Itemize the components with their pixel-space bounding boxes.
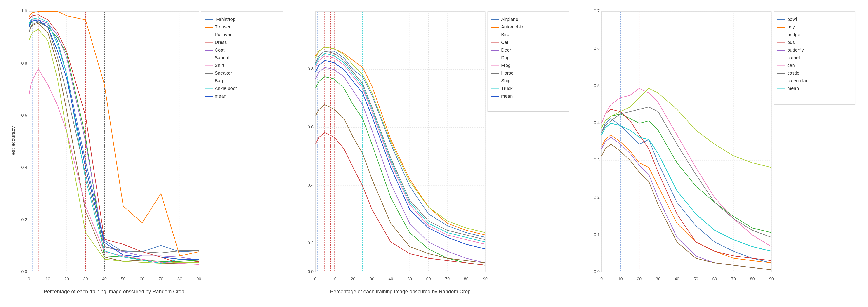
svg-rect-0 [29, 11, 199, 272]
svg-text:0.5: 0.5 [594, 83, 600, 88]
svg-text:90: 90 [769, 276, 774, 281]
svg-text:0.1: 0.1 [594, 232, 600, 237]
legend-mean: mean [787, 86, 799, 91]
svg-text:0.0: 0.0 [21, 269, 27, 274]
svg-text:50: 50 [693, 276, 698, 281]
svg-text:Bag: Bag [215, 78, 223, 83]
svg-rect-38 [201, 11, 283, 109]
svg-text:0: 0 [600, 276, 602, 281]
chart3-svg: 0.0 0.1 0.2 0.3 0.4 0.5 0.6 0.7 0 10 20 … [577, 4, 864, 303]
svg-text:0: 0 [314, 276, 316, 281]
svg-text:90: 90 [483, 276, 488, 281]
svg-text:0.0: 0.0 [594, 269, 600, 274]
svg-text:Deer: Deer [501, 47, 511, 53]
svg-text:20: 20 [637, 276, 642, 281]
charts-row: 0.0 0.2 0.4 0.6 0.8 1.0 0 10 20 30 40 50… [4, 4, 864, 303]
svg-text:80: 80 [464, 276, 469, 281]
legend-can: can [787, 63, 795, 68]
svg-text:40: 40 [102, 276, 107, 281]
svg-text:0.6: 0.6 [594, 46, 600, 51]
legend-caterpillar: caterpillar [787, 78, 807, 83]
svg-text:Sneaker: Sneaker [215, 70, 232, 75]
svg-text:80: 80 [750, 276, 755, 281]
svg-text:Automobile: Automobile [501, 24, 524, 29]
svg-text:80: 80 [178, 276, 182, 281]
legend-boy: boy [787, 24, 795, 29]
chart2-wrapper: 0.0 0.2 0.4 0.6 0.8 0 10 20 30 40 50 60 … [291, 4, 577, 303]
svg-text:Ankle boot: Ankle boot [215, 86, 237, 91]
legend-camel: camel [787, 55, 800, 60]
svg-text:30: 30 [83, 276, 88, 281]
svg-text:Dress: Dress [215, 39, 227, 45]
svg-text:40: 40 [388, 276, 393, 281]
x-axis-label-1: Percentage of each training image obscur… [43, 288, 184, 294]
svg-text:0.4: 0.4 [21, 165, 27, 170]
svg-rect-99 [488, 11, 569, 112]
svg-text:Airplane: Airplane [501, 17, 518, 22]
svg-text:60: 60 [426, 276, 431, 281]
svg-text:Cat: Cat [501, 39, 508, 45]
svg-text:40: 40 [675, 276, 680, 281]
legend-bridge: bridge [787, 32, 800, 37]
svg-text:Pullover: Pullover [215, 32, 231, 37]
svg-text:10: 10 [332, 276, 337, 281]
svg-text:Truck: Truck [501, 86, 513, 91]
svg-text:60: 60 [140, 276, 145, 281]
svg-text:0.2: 0.2 [21, 217, 27, 222]
svg-text:0.8: 0.8 [21, 61, 27, 66]
svg-text:30: 30 [370, 276, 374, 281]
svg-text:Bird: Bird [501, 32, 509, 37]
svg-text:Coat: Coat [215, 47, 225, 53]
legend-bowl: bowl [787, 17, 797, 22]
svg-text:Ship: Ship [501, 78, 510, 83]
svg-text:Trouser: Trouser [215, 24, 230, 29]
svg-text:T-shirt/top: T-shirt/top [215, 17, 236, 22]
svg-text:10: 10 [618, 276, 623, 281]
svg-text:0.0: 0.0 [308, 269, 313, 274]
svg-text:0.2: 0.2 [594, 195, 600, 199]
svg-text:mean: mean [501, 93, 513, 98]
svg-text:50: 50 [407, 276, 412, 281]
svg-text:Dog: Dog [501, 55, 510, 60]
svg-text:60: 60 [712, 276, 717, 281]
chart1-svg: 0.0 0.2 0.4 0.6 0.8 1.0 0 10 20 30 40 50… [4, 4, 291, 303]
svg-text:0.8: 0.8 [308, 66, 313, 71]
chart2-svg: 0.0 0.2 0.4 0.6 0.8 0 10 20 30 40 50 60 … [291, 4, 577, 303]
svg-text:0.4: 0.4 [594, 120, 600, 125]
svg-text:70: 70 [159, 276, 163, 281]
svg-text:30: 30 [656, 276, 660, 281]
chart3-wrapper: 0.0 0.1 0.2 0.3 0.4 0.5 0.6 0.7 0 10 20 … [577, 4, 864, 303]
legend-bus: bus [787, 39, 795, 45]
svg-rect-164 [774, 11, 855, 105]
svg-text:Frog: Frog [501, 63, 510, 68]
svg-text:20: 20 [350, 276, 355, 281]
svg-text:70: 70 [445, 276, 450, 281]
svg-text:0.6: 0.6 [21, 113, 27, 118]
svg-text:90: 90 [197, 276, 202, 281]
svg-text:1.0: 1.0 [21, 8, 27, 13]
svg-text:50: 50 [121, 276, 126, 281]
svg-text:Horse: Horse [501, 70, 514, 75]
svg-text:0.3: 0.3 [594, 158, 600, 162]
svg-text:10: 10 [45, 276, 50, 281]
chart1-wrapper: 0.0 0.2 0.4 0.6 0.8 1.0 0 10 20 30 40 50… [4, 4, 291, 303]
x-axis-label-2: Percentage of each training image obscur… [330, 288, 471, 294]
svg-text:mean: mean [215, 93, 226, 98]
legend-castle: castle [787, 70, 800, 75]
svg-text:20: 20 [64, 276, 69, 281]
svg-text:0.6: 0.6 [308, 125, 313, 129]
main-container: 0.0 0.2 0.4 0.6 0.8 1.0 0 10 20 30 40 50… [0, 0, 868, 307]
svg-text:0.2: 0.2 [308, 241, 313, 245]
svg-text:0: 0 [28, 276, 30, 281]
y-axis-label: Test accuracy [10, 126, 16, 158]
svg-text:0.7: 0.7 [594, 8, 600, 13]
svg-text:Shirt: Shirt [215, 63, 224, 68]
svg-text:70: 70 [731, 276, 736, 281]
svg-text:Sandal: Sandal [215, 55, 229, 60]
svg-text:0.4: 0.4 [308, 183, 313, 187]
legend-butterfly: butterfly [787, 47, 804, 53]
